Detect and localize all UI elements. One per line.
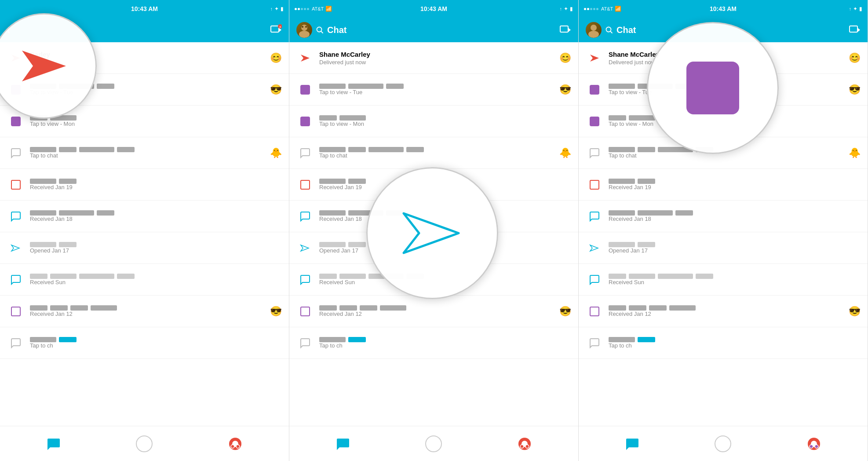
nav-chat-button[interactable]: [624, 436, 640, 452]
svg-marker-5: [11, 245, 19, 251]
magnify-circle-2: [366, 167, 498, 299]
snap-icon-square-purple: [296, 81, 314, 99]
magnify-circle-3: [647, 22, 779, 154]
chat-item[interactable]: Received Jan 19: [0, 169, 289, 201]
chat-item[interactable]: Received Sun: [579, 264, 868, 296]
svg-point-29: [588, 31, 599, 38]
chat-content: Tap to view - Mon: [319, 115, 571, 127]
chat-item[interactable]: Received Jan 18: [0, 201, 289, 232]
nav-circle-button[interactable]: [424, 435, 443, 453]
user-avatar-2[interactable]: [296, 22, 312, 38]
status-time-2: 10:43 AM: [420, 5, 447, 12]
chat-item[interactable]: Tap to ch: [0, 327, 289, 359]
status-time-1: 10:43 AM: [131, 5, 158, 12]
snap-icon-arrow-blue-outline: [586, 239, 603, 257]
contact-name-redacted: [609, 210, 861, 216]
arrow-up-icon: ↑: [849, 6, 852, 11]
svg-marker-11: [22, 51, 66, 81]
friend-emoji: 😎: [559, 306, 571, 317]
phone-panel-2: AT&T 📶 10:43 AM ↑ ✦ ▮ Chat: [289, 0, 579, 461]
contact-name-redacted: [30, 337, 282, 342]
chat-subtext: Received Jan 18: [30, 216, 282, 222]
snap-icon-chat-gray: [586, 144, 603, 162]
nav-chat-button[interactable]: [46, 436, 62, 452]
contact-name-redacted: [319, 84, 571, 89]
chat-subtext: Tap to view - Mon: [30, 121, 282, 127]
svg-text:+: +: [279, 25, 281, 29]
chat-item[interactable]: Opened Jan 17: [579, 232, 868, 264]
bottom-nav-3: [579, 426, 868, 461]
status-time-3: 10:43 AM: [710, 5, 737, 12]
chat-content: Opened Jan 17: [609, 242, 861, 254]
contact-name-redacted: [609, 305, 861, 311]
chat-item[interactable]: Received Jan 12 😎: [0, 296, 289, 327]
svg-rect-32: [850, 26, 857, 32]
compose-button-2[interactable]: [559, 24, 571, 36]
chat-content: Tap to ch: [30, 337, 282, 349]
contact-name-redacted: [319, 337, 571, 342]
svg-marker-22: [301, 245, 309, 251]
friend-emoji-top: 😊: [559, 52, 571, 64]
chat-subtext: Tap to view - Mon: [319, 121, 571, 127]
snap-icon-square-purple: [586, 113, 603, 130]
bluetooth-icon: ✦: [853, 6, 857, 12]
friend-emoji: 🐥: [559, 147, 571, 159]
nav-stories-button[interactable]: [227, 436, 243, 452]
chat-item[interactable]: Tap to ch: [289, 327, 578, 359]
chat-subtext: Received Sun: [30, 279, 282, 285]
user-avatar-3[interactable]: [586, 22, 602, 38]
chat-item[interactable]: Tap to ch: [579, 327, 868, 359]
chat-subtext: Tap to ch: [30, 342, 282, 349]
svg-marker-34: [590, 55, 599, 62]
compose-button-1[interactable]: +: [270, 24, 282, 36]
svg-line-31: [610, 31, 612, 33]
svg-point-28: [591, 25, 597, 31]
nav-circle-button[interactable]: [714, 435, 732, 453]
compose-button-3[interactable]: [848, 24, 861, 36]
nav-circle-button[interactable]: [135, 435, 153, 453]
chat-item[interactable]: Tap to chat 🐥: [289, 137, 578, 169]
chat-content: Tap to chat: [30, 147, 282, 159]
chat-item[interactable]: Received Jan 19: [579, 169, 868, 201]
nav-chat-button[interactable]: [335, 436, 351, 452]
chat-content: Tap to view - Mon: [30, 115, 282, 127]
chat-subtext: Opened Jan 17: [609, 247, 861, 254]
chat-item[interactable]: Tap to chat 🐥: [0, 137, 289, 169]
snap-icon-square-purple: [296, 113, 314, 130]
chat-content: Tap to ch: [319, 337, 571, 349]
snap-icon-arrow-blue-outline: [7, 239, 25, 257]
chat-subtext: Received Jan 19: [30, 184, 282, 190]
svg-point-15: [305, 26, 307, 28]
nav-stories-button[interactable]: [517, 436, 532, 452]
contact-name-redacted: [609, 274, 861, 279]
svg-point-9: [231, 445, 234, 448]
svg-point-39: [810, 445, 813, 448]
svg-rect-18: [560, 26, 568, 32]
chat-subtext: Received Jan 12: [609, 311, 861, 317]
chat-item[interactable]: Opened Jan 17: [0, 232, 289, 264]
chat-item[interactable]: Received Jan 12 😎: [579, 296, 868, 327]
contact-name-redacted: [319, 115, 571, 121]
svg-point-10: [236, 445, 240, 448]
nav-stories-button[interactable]: [806, 436, 822, 452]
svg-point-14: [302, 26, 303, 28]
chat-item[interactable]: Tap to view - Tue 😎: [289, 74, 578, 106]
friend-emoji: 😎: [270, 84, 282, 95]
svg-rect-0: [271, 26, 279, 32]
chat-item-top[interactable]: Shane McCarley Delivered just now 😊: [289, 42, 578, 74]
chat-item[interactable]: Received Jan 12 😎: [289, 296, 578, 327]
battery-icon: ▮: [859, 6, 862, 12]
contact-name-redacted: [609, 337, 861, 342]
nav-title-2: Chat: [316, 25, 346, 35]
chat-item[interactable]: Received Sun: [0, 264, 289, 296]
svg-point-12: [301, 25, 307, 31]
chat-content: Received Jan 12: [319, 305, 571, 317]
chat-subtext-top: Delivered just now: [319, 59, 571, 66]
svg-point-13: [299, 31, 310, 38]
nav-bar-2: Chat: [289, 18, 578, 42]
chat-item[interactable]: Tap to view - Mon: [289, 106, 578, 137]
chat-item[interactable]: Received Jan 18: [579, 201, 868, 232]
chat-subtext: Opened Jan 17: [30, 247, 282, 254]
snap-icon-square-red-outline: [296, 176, 314, 194]
chat-content: Opened Jan 17: [30, 242, 282, 254]
